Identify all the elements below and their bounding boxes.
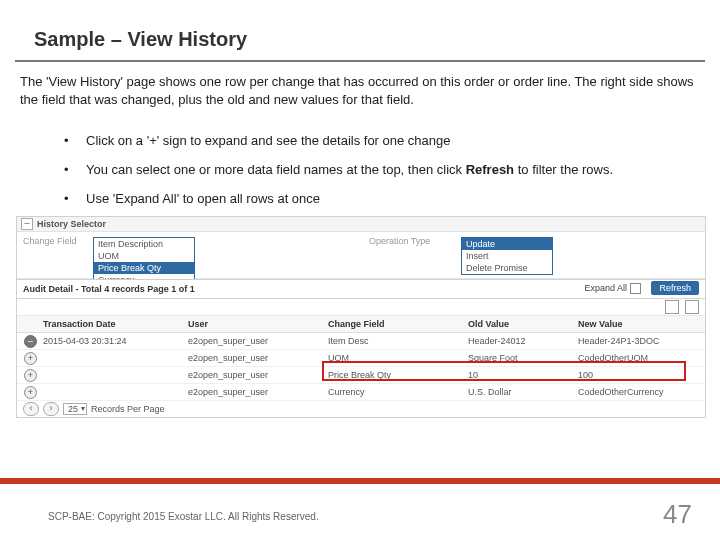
bullet-list: Click on a '+' sign to expand and see th…: [20, 133, 704, 220]
select-option-selected[interactable]: Price Break Qty: [94, 262, 194, 274]
cell: e2open_super_user: [184, 336, 324, 346]
select-option[interactable]: UOM: [94, 250, 194, 262]
col-new-value[interactable]: New Value: [574, 319, 705, 329]
bullet-item: Click on a '+' sign to expand and see th…: [64, 133, 704, 148]
audit-detail-title: Audit Detail - Total 4 records Page 1 of…: [23, 284, 195, 294]
pager: ‹ › 25 Records Per Page: [17, 401, 171, 417]
cell: CodedOtherUOM: [574, 353, 705, 363]
operation-type-label: Operation Type: [369, 236, 449, 246]
bullet-item: You can select one or more data field na…: [64, 162, 704, 177]
cell: 10: [464, 370, 574, 380]
select-option-selected[interactable]: Update: [462, 238, 552, 250]
table-row: + e2open_super_user Price Break Qty 10 1…: [17, 367, 705, 384]
expand-all-button[interactable]: Expand All: [584, 283, 641, 294]
page-size-select[interactable]: 25: [63, 403, 87, 415]
title-divider: [15, 60, 705, 62]
operation-type-select[interactable]: Update Insert Delete Promise: [461, 237, 553, 275]
col-transaction-date[interactable]: Transaction Date: [39, 319, 184, 329]
history-screenshot: – History Selector Change Field Item Des…: [16, 216, 706, 418]
refresh-button[interactable]: Refresh: [651, 281, 699, 295]
col-old-value[interactable]: Old Value: [464, 319, 574, 329]
cell: CodedOtherCurrency: [574, 387, 705, 397]
cell: 100: [574, 370, 705, 380]
cell: e2open_super_user: [184, 353, 324, 363]
cell: Header-24P1-3DOC: [574, 336, 705, 346]
table-row: + e2open_super_user Currency U.S. Dollar…: [17, 384, 705, 401]
change-field-label: Change Field: [23, 236, 81, 246]
collapse-button[interactable]: –: [21, 218, 33, 230]
bullet-bold: Refresh: [466, 162, 514, 177]
footer-accent-bar: [0, 478, 720, 484]
select-option[interactable]: Item Description: [94, 238, 194, 250]
bullet-text: to filter the rows.: [514, 162, 613, 177]
select-option[interactable]: Delete Promise: [462, 262, 552, 274]
cell: UOM: [324, 353, 464, 363]
cell: Price Break Qty: [324, 370, 464, 380]
cell: Item Desc: [324, 336, 464, 346]
cell: U.S. Dollar: [464, 387, 574, 397]
collapse-row-icon[interactable]: –: [24, 335, 37, 348]
cell: e2open_super_user: [184, 387, 324, 397]
intro-text: The 'View History' page shows one row pe…: [20, 73, 704, 108]
cell: Currency: [324, 387, 464, 397]
page-title: Sample – View History: [34, 28, 247, 51]
edit-icon[interactable]: [685, 300, 699, 314]
bullet-text: You can select one or more data field na…: [86, 162, 466, 177]
table-row: – 2015-04-03 20:31:24 e2open_super_user …: [17, 333, 705, 350]
bullet-item: Use 'Expand All' to open all rows at onc…: [64, 191, 704, 206]
next-page-button[interactable]: ›: [43, 402, 59, 416]
page-number: 47: [663, 499, 692, 530]
col-user[interactable]: User: [184, 319, 324, 329]
expand-row-icon[interactable]: +: [24, 386, 37, 399]
expand-row-icon[interactable]: +: [24, 352, 37, 365]
footer-copyright: SCP-BAE: Copyright 2015 Exostar LLC. All…: [48, 511, 319, 522]
cell: e2open_super_user: [184, 370, 324, 380]
prev-page-button[interactable]: ‹: [23, 402, 39, 416]
audit-table-header: Transaction Date User Change Field Old V…: [17, 316, 705, 333]
col-change-field[interactable]: Change Field: [324, 319, 464, 329]
expand-row-icon[interactable]: +: [24, 369, 37, 382]
cell: 2015-04-03 20:31:24: [39, 336, 184, 346]
cell: Header-24012: [464, 336, 574, 346]
page-size-label: Records Per Page: [91, 404, 165, 414]
export-icon[interactable]: [665, 300, 679, 314]
history-selector-title: History Selector: [37, 219, 106, 229]
history-selector-bar: – History Selector: [17, 217, 705, 232]
select-option[interactable]: Insert: [462, 250, 552, 262]
table-row: + e2open_super_user UOM Square Foot Code…: [17, 350, 705, 367]
cell: Square Foot: [464, 353, 574, 363]
